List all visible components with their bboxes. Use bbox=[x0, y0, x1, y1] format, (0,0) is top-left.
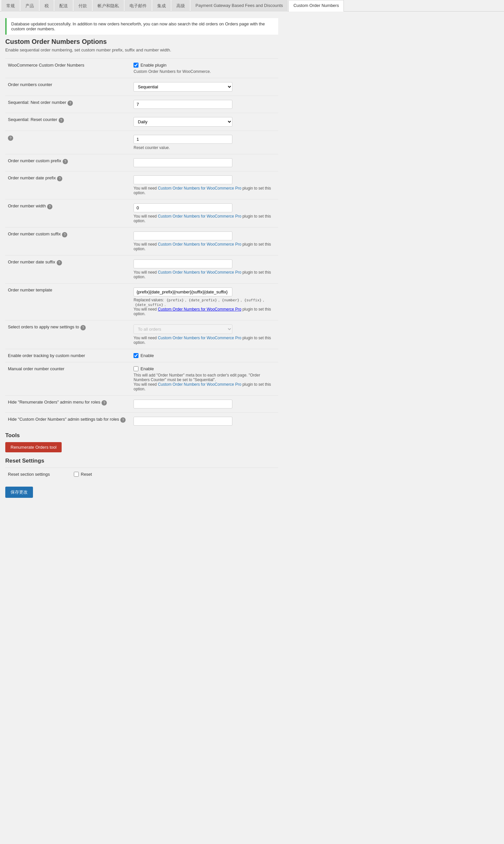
reset-checkbox[interactable] bbox=[74, 472, 79, 477]
row-reset: Reset section settings Reset bbox=[5, 468, 278, 481]
row-order-date-prefix: Order number date prefix ? You will need… bbox=[5, 172, 278, 199]
settings-table: WooCommerce Custom Order Numbers Enable … bbox=[5, 58, 278, 430]
tab-custom-order-numbers[interactable]: Custom Order Numbers bbox=[288, 0, 344, 12]
reset-settings-table: Reset section settings Reset bbox=[5, 467, 278, 481]
manual-counter-label: Manual order number counter bbox=[8, 366, 64, 371]
row-woo-custom: WooCommerce Custom Order Numbers Enable … bbox=[5, 59, 278, 78]
row-manual-counter: Manual order number counter Enable This … bbox=[5, 362, 278, 396]
sequential-next-input[interactable] bbox=[133, 100, 232, 109]
order-template-label: Order number template bbox=[8, 287, 52, 292]
sequential-next-help-icon[interactable]: ? bbox=[68, 101, 73, 106]
order-date-suffix-help-icon[interactable]: ? bbox=[57, 260, 62, 265]
enable-plugin-desc: Custom Order Numbers for WooCommerce. bbox=[133, 69, 275, 74]
select-orders-link[interactable]: Custom Order Numbers for WooCommerce Pro bbox=[158, 336, 241, 340]
tools-title: Tools bbox=[5, 432, 278, 439]
nav-tabs: 常规 产品 税 配送 付款 帐户和隐私 电子邮件 集成 高级 Payment G… bbox=[0, 0, 504, 12]
enable-plugin-label[interactable]: Enable plugin bbox=[133, 62, 275, 68]
reset-counter-value-help-icon[interactable]: ? bbox=[8, 136, 13, 141]
order-date-prefix-help-icon[interactable]: ? bbox=[57, 176, 62, 181]
sequential-reset-help-icon[interactable]: ? bbox=[59, 118, 64, 123]
sequential-reset-label: Sequential: Reset counter bbox=[8, 117, 57, 122]
order-template-input[interactable] bbox=[133, 287, 232, 297]
enable-tracking-checkbox-label[interactable]: Enable bbox=[133, 353, 275, 358]
tab-shui[interactable]: 税 bbox=[39, 0, 54, 12]
sequential-reset-select[interactable]: Daily Weekly Monthly Yearly Never bbox=[133, 117, 232, 127]
order-date-prefix-label: Order number date prefix bbox=[8, 175, 56, 180]
enable-tracking-label: Enable order tracking by custom number bbox=[8, 353, 85, 358]
order-suffix-desc: You will need Custom Order Numbers for W… bbox=[133, 242, 275, 251]
select-orders-help-icon[interactable]: ? bbox=[80, 325, 86, 330]
select-orders-desc: You will need Custom Order Numbers for W… bbox=[133, 336, 275, 345]
row-hide-renumerate: Hide "Renumerate Orders" admin menu for … bbox=[5, 396, 278, 413]
enable-plugin-checkbox[interactable] bbox=[133, 62, 139, 68]
order-prefix-help-icon[interactable]: ? bbox=[62, 159, 68, 164]
order-prefix-input[interactable] bbox=[133, 158, 232, 167]
tab-payment-gateway[interactable]: Payment Gateway Based Fees and Discounts bbox=[191, 0, 288, 12]
row-hide-custom: Hide "Custom Order Numbers" admin settin… bbox=[5, 413, 278, 430]
row-order-template: Order number template Replaced values: {… bbox=[5, 284, 278, 321]
reset-checkbox-label[interactable]: Reset bbox=[74, 472, 275, 477]
row-order-prefix: Order number custom prefix ? bbox=[5, 154, 278, 172]
tab-fukuan[interactable]: 付款 bbox=[73, 0, 92, 12]
hide-renumerate-label: Hide "Renumerate Orders" admin menu for … bbox=[8, 399, 100, 405]
order-prefix-label: Order number custom prefix bbox=[8, 158, 61, 163]
tab-changgui[interactable]: 常规 bbox=[1, 0, 20, 12]
order-suffix-input[interactable] bbox=[133, 231, 232, 240]
notice-success: Database updated successfully. In additi… bbox=[5, 18, 278, 35]
order-date-prefix-desc: You will need Custom Order Numbers for W… bbox=[133, 186, 275, 195]
order-template-replaced: Replaced values: {prefix}, {date_prefix}… bbox=[133, 298, 275, 316]
order-date-prefix-link[interactable]: Custom Order Numbers for WooCommerce Pro bbox=[158, 186, 241, 191]
tab-email[interactable]: 电子邮件 bbox=[125, 0, 151, 12]
hide-custom-label: Hide "Custom Order Numbers" admin settin… bbox=[8, 417, 119, 422]
manual-counter-checkbox[interactable] bbox=[133, 366, 139, 371]
order-template-link[interactable]: Custom Order Numbers for WooCommerce Pro bbox=[158, 307, 241, 311]
row-order-suffix: Order number custom suffix ? You will ne… bbox=[5, 228, 278, 255]
order-date-prefix-input[interactable] bbox=[133, 175, 232, 184]
save-section: 保存更改 bbox=[5, 487, 278, 498]
order-suffix-label: Order number custom suffix bbox=[8, 231, 61, 236]
manual-counter-checkbox-label[interactable]: Enable bbox=[133, 366, 275, 371]
order-date-suffix-desc: You will need Custom Order Numbers for W… bbox=[133, 270, 275, 279]
order-suffix-help-icon[interactable]: ? bbox=[62, 232, 67, 237]
select-orders-select[interactable]: To all orders bbox=[133, 324, 232, 334]
order-suffix-link[interactable]: Custom Order Numbers for WooCommerce Pro bbox=[158, 242, 241, 247]
tab-zhanghu[interactable]: 帐户和隐私 bbox=[93, 0, 124, 12]
manual-counter-link[interactable]: Custom Order Numbers for WooCommerce Pro bbox=[158, 382, 241, 387]
tab-gaoji[interactable]: 高级 bbox=[172, 0, 190, 12]
reset-counter-desc: Reset counter value. bbox=[133, 145, 275, 150]
row-sequential-next: Sequential: Next order number ? bbox=[5, 96, 278, 113]
row-order-date-suffix: Order number date suffix ? You will need… bbox=[5, 255, 278, 284]
hide-custom-input[interactable] bbox=[133, 417, 232, 426]
select-orders-label: Select orders to apply new settings to bbox=[8, 324, 79, 329]
sequential-next-label: Sequential: Next order number bbox=[8, 100, 66, 105]
order-width-desc: You will need Custom Order Numbers for W… bbox=[133, 214, 275, 223]
enable-tracking-checkbox[interactable] bbox=[133, 353, 139, 358]
row-reset-counter-value: ? Reset counter value. bbox=[5, 131, 278, 154]
order-width-label: Order number width bbox=[8, 203, 46, 208]
reset-label: Reset section settings bbox=[8, 472, 50, 477]
order-date-suffix-link[interactable]: Custom Order Numbers for WooCommerce Pro bbox=[158, 270, 241, 275]
tab-jiecheng[interactable]: 集成 bbox=[152, 0, 171, 12]
manual-counter-desc: This will add "Order Number" meta box to… bbox=[133, 373, 275, 391]
order-width-link[interactable]: Custom Order Numbers for WooCommerce Pro bbox=[158, 214, 241, 219]
order-width-input[interactable] bbox=[133, 203, 232, 212]
reset-settings-title: Reset Settings bbox=[5, 457, 278, 464]
hide-renumerate-input[interactable] bbox=[133, 399, 232, 409]
row-select-orders: Select orders to apply new settings to ?… bbox=[5, 321, 278, 349]
tab-peisong[interactable]: 配送 bbox=[54, 0, 73, 12]
hide-renumerate-help-icon[interactable]: ? bbox=[102, 400, 107, 406]
row-enable-tracking: Enable order tracking by custom number E… bbox=[5, 349, 278, 362]
order-date-suffix-input[interactable] bbox=[133, 259, 232, 268]
save-button[interactable]: 保存更改 bbox=[5, 487, 33, 498]
tools-section: Tools Renumerate Orders tool bbox=[5, 432, 278, 452]
hide-custom-help-icon[interactable]: ? bbox=[120, 417, 126, 423]
order-date-suffix-label: Order number date suffix bbox=[8, 259, 55, 265]
order-counter-label: Order numbers counter bbox=[8, 82, 52, 87]
order-numbers-counter-select[interactable]: Sequential Auto-increment Custom bbox=[133, 82, 232, 92]
row-order-width: Order number width ? You will need Custo… bbox=[5, 199, 278, 228]
reset-counter-value-input[interactable] bbox=[133, 135, 232, 144]
renumerate-orders-button[interactable]: Renumerate Orders tool bbox=[5, 442, 61, 452]
page-title: Custom Order Numbers Options bbox=[5, 38, 278, 46]
tab-chanpin[interactable]: 产品 bbox=[20, 0, 39, 12]
order-width-help-icon[interactable]: ? bbox=[47, 204, 52, 209]
